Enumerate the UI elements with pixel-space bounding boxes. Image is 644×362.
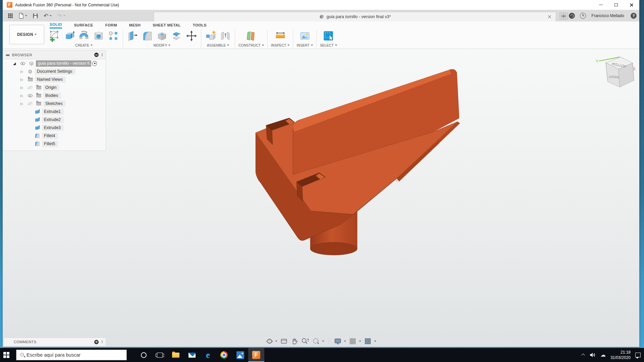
browser-item-document-settings[interactable]: ▷ ⚙ Document Settings — [3, 67, 106, 75]
document-tab-close-icon[interactable] — [547, 14, 552, 19]
save-button[interactable] — [31, 12, 40, 19]
look-at-button[interactable] — [280, 338, 288, 345]
taskbar-task-view[interactable] — [152, 348, 168, 362]
group-create-label[interactable]: CREATE — [75, 43, 89, 47]
redo-button[interactable]: ↷ — [55, 12, 67, 19]
browser-minimize-icon[interactable] — [94, 53, 99, 57]
construct-plane-tool-icon[interactable] — [245, 30, 257, 42]
expand-icon[interactable]: ▷ — [20, 102, 23, 106]
browser-item-label[interactable]: Extrude2 — [42, 117, 64, 123]
browser-item-label[interactable]: Extrude3 — [42, 125, 64, 131]
tab-surface[interactable]: SURFACE — [74, 23, 93, 28]
browser-item-label[interactable]: Origin — [43, 84, 59, 91]
taskbar-file-explorer[interactable] — [168, 348, 184, 362]
measure-tool-icon[interactable] — [274, 30, 286, 42]
visibility-eye-off-icon[interactable] — [28, 85, 33, 90]
undo-button[interactable]: ↶ — [42, 12, 53, 19]
browser-item-root[interactable]: ◢ guia para tornillo - version fi... — [3, 59, 106, 67]
taskbar-fusion-360[interactable]: F — [248, 348, 264, 362]
browser-item-named-views[interactable]: ▷ Named Views — [3, 75, 106, 83]
browser-item-fillet5[interactable]: Fillet5 — [3, 140, 106, 148]
action-center-icon[interactable] — [635, 353, 641, 357]
group-modify-label[interactable]: MODIFY — [154, 43, 167, 47]
hole-tool-icon[interactable] — [93, 30, 105, 42]
notifications-icon[interactable] — [580, 13, 586, 19]
close-button[interactable] — [624, 0, 639, 10]
visibility-eye-icon[interactable] — [28, 93, 33, 98]
select-tool-icon[interactable] — [322, 30, 334, 42]
root-component-label[interactable]: guia para tornillo - version fi... — [36, 60, 91, 67]
workspace-selector[interactable]: DESIGN — [9, 25, 44, 44]
browser-item-label[interactable]: Named Views — [35, 76, 66, 83]
taskbar-photos[interactable] — [232, 348, 248, 362]
browser-item-label[interactable]: Extrude1 — [42, 109, 64, 115]
search-input[interactable] — [26, 352, 124, 358]
grid-display-button[interactable] — [349, 338, 361, 345]
fit-button[interactable] — [312, 338, 324, 345]
orbit-button[interactable] — [266, 338, 277, 345]
tab-sheet-metal[interactable]: SHEET METAL — [153, 23, 181, 28]
browser-item-label[interactable]: Bodies — [43, 93, 61, 99]
expand-icon[interactable]: ▷ — [20, 86, 23, 89]
onedrive-icon[interactable]: ☁ — [600, 352, 606, 358]
start-button[interactable] — [0, 348, 16, 362]
expand-icon[interactable]: ▷ — [20, 78, 23, 81]
press-pull-tool-icon[interactable] — [126, 30, 139, 42]
expand-icon[interactable]: ▷ — [20, 70, 23, 73]
shell-tool-icon[interactable] — [156, 30, 168, 42]
visibility-eye-icon[interactable] — [20, 61, 25, 66]
expand-icon[interactable]: ▷ — [20, 94, 23, 98]
tab-tools[interactable]: TOOLS — [193, 23, 207, 28]
browser-item-label[interactable]: Fillet4 — [42, 133, 58, 139]
comments-panel[interactable]: COMMENTS ‖ — [3, 338, 106, 346]
revolve-tool-icon[interactable] — [78, 30, 90, 42]
browser-item-label[interactable]: Document Settings — [35, 68, 75, 75]
group-inspect-label[interactable]: INSPECT — [271, 43, 286, 47]
taskbar-cortana[interactable] — [136, 348, 152, 362]
browser-item-extrude2[interactable]: Extrude2 — [3, 116, 106, 124]
taskbar-mail[interactable] — [184, 348, 200, 362]
taskbar-search[interactable] — [16, 350, 127, 360]
activate-component-radio[interactable] — [92, 61, 97, 66]
document-tab[interactable]: guia para tornillo - version final v3* — [154, 12, 556, 21]
browser-item-label[interactable]: Sketches — [43, 101, 65, 107]
group-select-label[interactable]: SELECT — [320, 43, 334, 47]
joint-tool-icon[interactable] — [219, 30, 231, 42]
help-button[interactable]: ? — [631, 13, 637, 19]
taskbar-edge[interactable]: e — [200, 348, 216, 362]
browser-item-origin[interactable]: ▷ Origin — [3, 83, 106, 92]
browser-item-fillet4[interactable]: Fillet4 — [3, 132, 106, 140]
group-insert-label[interactable]: INSERT — [297, 43, 309, 47]
maximize-button[interactable] — [608, 0, 624, 10]
pattern-tool-icon[interactable] — [107, 30, 119, 42]
visibility-eye-off-icon[interactable] — [28, 101, 33, 106]
file-menu-button[interactable] — [17, 12, 29, 19]
new-component-tool-icon[interactable] — [205, 30, 217, 42]
extrude-tool-icon[interactable] — [63, 30, 75, 42]
browser-item-extrude1[interactable]: Extrude1 — [3, 108, 106, 116]
tab-solid[interactable]: SOLID — [50, 22, 62, 28]
viewports-button[interactable] — [364, 338, 376, 345]
browser-item-bodies[interactable]: ▷ Bodies — [3, 92, 106, 100]
insert-image-tool-icon[interactable] — [299, 30, 311, 42]
pan-button[interactable] — [291, 338, 298, 345]
zoom-button[interactable] — [301, 338, 309, 345]
move-tool-icon[interactable] — [185, 30, 198, 42]
user-account-button[interactable]: Francisco Mellado — [589, 10, 627, 21]
expand-icon[interactable]: ◢ — [13, 61, 16, 66]
offset-face-tool-icon[interactable] — [171, 30, 183, 42]
comments-grip-handle[interactable]: ‖ — [101, 340, 103, 344]
browser-grip-handle[interactable]: ‖ — [101, 53, 103, 57]
browser-item-sketches[interactable]: ▷ Sketches — [3, 100, 106, 108]
create-sketch-tool-icon[interactable] — [48, 30, 60, 42]
hidden-icons-chevron[interactable] — [581, 354, 585, 357]
app-grid-button[interactable] — [6, 12, 15, 19]
browser-item-label[interactable]: Fillet5 — [42, 141, 58, 147]
new-tab-button[interactable] — [559, 12, 568, 20]
fillet-tool-icon[interactable] — [141, 30, 153, 42]
tab-mesh[interactable]: MESH — [129, 23, 141, 28]
minimize-button[interactable] — [593, 0, 608, 10]
view-cube[interactable]: Y X BOTTOM RIGHT — [588, 54, 638, 95]
tab-form[interactable]: FORM — [105, 23, 117, 28]
job-status-icon[interactable] — [569, 13, 575, 19]
